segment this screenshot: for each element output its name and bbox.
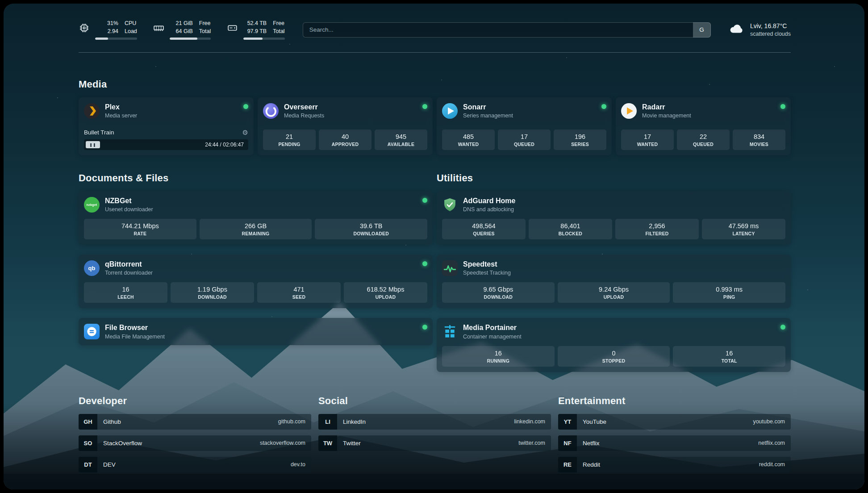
bookmark-abbr: LI — [318, 414, 337, 430]
bookmark-abbr: DT — [79, 457, 97, 472]
service-desc-plex: Media server — [105, 113, 137, 119]
stat-upload: 9.24 GbpsUPLOAD — [558, 282, 670, 303]
status-online-dot — [601, 104, 606, 109]
service-name-portainer: Media Portainer — [463, 323, 522, 332]
service-card-plex[interactable]: Plex Media server Bullet Train ⚙ ❚❚ 24:4… — [79, 97, 254, 155]
stat-approved: 40APPROVED — [319, 130, 371, 150]
stat-queued: 22QUEUED — [677, 130, 730, 150]
bookmarks-entertainment: Entertainment YT YouTube youtube.com NF … — [558, 395, 791, 478]
cpu-icon — [79, 20, 90, 33]
cloud-icon — [729, 21, 744, 38]
section-title-entertainment: Entertainment — [558, 395, 791, 407]
bookmark-url: youtube.com — [753, 418, 785, 425]
search-provider-button[interactable]: G — [693, 22, 711, 38]
service-card-sonarr[interactable]: Sonarr Series management 485WANTED 17QUE… — [437, 97, 612, 155]
bookmark-url: linkedin.com — [514, 418, 545, 425]
sonarr-icon — [442, 103, 458, 119]
bookmark-abbr: SO — [79, 435, 97, 451]
status-online-dot — [780, 104, 785, 109]
bookmarks-social: Social LI LinkedIn linkedin.com TW Twitt… — [318, 395, 551, 478]
service-card-adguard[interactable]: AdGuard Home DNS and adblocking 498,564Q… — [437, 191, 791, 245]
section-title-social: Social — [318, 395, 551, 407]
stat-upload: 618.52 MbpsUPLOAD — [344, 282, 427, 303]
radarr-icon — [621, 103, 637, 119]
cpu-usage-value: 31% — [95, 20, 118, 28]
section-utilities: Utilities AdGu — [437, 172, 791, 372]
cpu-progress-bar — [95, 38, 137, 40]
disk-widget: 52.4 TBFree 97.9 TBTotal — [227, 20, 284, 40]
memory-free-label: Free — [199, 20, 211, 28]
bookmark-youtube[interactable]: YT YouTube youtube.com — [558, 414, 791, 430]
bookmark-stackoverflow[interactable]: SO StackOverflow stackoverflow.com — [79, 435, 311, 451]
service-card-overseerr[interactable]: Overseerr Media Requests 21PENDING 40APP… — [258, 97, 433, 155]
service-card-portainer[interactable]: Media Portainer Container management 16R… — [437, 318, 791, 372]
stat-queries: 498,564QUERIES — [442, 219, 526, 239]
gear-icon[interactable]: ⚙ — [242, 129, 248, 136]
stat-download: 9.65 GbpsDOWNLOAD — [442, 282, 555, 303]
bookmark-dev[interactable]: DT DEV dev.to — [79, 457, 311, 472]
section-title-utilities: Utilities — [437, 172, 791, 184]
bookmark-reddit[interactable]: RE Reddit reddit.com — [558, 457, 791, 472]
nzbget-icon: nzbget — [84, 197, 100, 213]
status-online-dot — [780, 325, 785, 330]
bookmark-abbr: GH — [79, 414, 97, 430]
weather-condition: scattered clouds — [750, 31, 791, 37]
playback-time: 24:44 / 02:06:47 — [205, 142, 244, 148]
bookmark-name: Twitter — [343, 440, 361, 447]
stat-movies: 834MOVIES — [733, 130, 785, 150]
plex-icon — [84, 103, 100, 119]
pause-button[interactable]: ❚❚ — [86, 141, 100, 148]
section-media: Media Plex Media server — [79, 79, 791, 155]
now-playing-title: Bullet Train — [84, 129, 114, 136]
bookmark-url: dev.to — [291, 461, 305, 468]
service-name-sonarr: Sonarr — [463, 103, 513, 111]
service-card-filebrowser[interactable]: File Browser Media File Management — [79, 318, 433, 345]
service-desc-portainer: Container management — [463, 334, 522, 340]
stat-downloaded: 39.6 TBDOWNLOADED — [315, 219, 427, 239]
memory-total-label: Total — [199, 28, 211, 36]
service-desc-filebrowser: Media File Management — [105, 334, 165, 340]
bookmark-name: YouTube — [583, 418, 606, 425]
bookmark-twitter[interactable]: TW Twitter twitter.com — [318, 435, 551, 451]
stat-rate: 744.21 MbpsRATE — [84, 219, 196, 239]
bookmark-name: Github — [103, 418, 121, 425]
portainer-icon — [442, 324, 458, 339]
filebrowser-icon — [84, 324, 100, 339]
disk-progress-bar — [243, 38, 284, 40]
bookmark-url: reddit.com — [759, 461, 785, 468]
stat-leech: 16LEECH — [84, 282, 167, 303]
bookmark-abbr: RE — [558, 457, 577, 472]
service-card-nzbget[interactable]: nzbget NZBGet Usenet downloader 744.21 M… — [79, 191, 433, 245]
playback-progress-bar[interactable]: ❚❚ 24:44 / 02:06:47 — [84, 139, 248, 150]
stat-total: 16TOTAL — [673, 346, 785, 367]
weather-location: Lviv, 16.87°C — [750, 22, 791, 29]
status-online-dot — [422, 325, 427, 330]
stat-blocked: 86,401BLOCKED — [529, 219, 612, 239]
search-input[interactable] — [303, 22, 693, 38]
adguard-icon — [442, 197, 458, 213]
overseerr-icon — [263, 103, 279, 119]
bookmark-abbr: TW — [318, 435, 337, 451]
bookmark-url: twitter.com — [518, 440, 545, 446]
service-card-speedtest[interactable]: Speedtest Speedtest Tracking 9.65 GbpsDO… — [437, 255, 791, 308]
bookmark-netflix[interactable]: NF Netflix netflix.com — [558, 435, 791, 451]
service-name-overseerr: Overseerr — [284, 103, 324, 111]
memory-total-value: 64 GiB — [170, 28, 193, 36]
stat-wanted: 485WANTED — [442, 130, 495, 150]
qbittorrent-icon: qb — [84, 260, 100, 276]
memory-widget: 21 GiBFree 64 GiBTotal — [153, 20, 211, 40]
stat-ping: 0.993 msPING — [673, 282, 785, 303]
section-title-media: Media — [79, 79, 791, 90]
cpu-load-label: Load — [125, 28, 137, 36]
service-card-radarr[interactable]: Radarr Movie management 17WANTED 22QUEUE… — [616, 97, 791, 155]
service-card-qbittorrent[interactable]: qb qBittorrent Torrent downloader 16LEEC… — [79, 255, 433, 308]
bookmark-linkedin[interactable]: LI LinkedIn linkedin.com — [318, 414, 551, 430]
dashboard-screen: 31%CPU 2.94Load 21 GiBFree 64 Gi — [4, 4, 864, 489]
service-desc-nzbget: Usenet downloader — [105, 206, 153, 213]
bookmark-github[interactable]: GH Github github.com — [79, 414, 311, 430]
bookmark-name: Netflix — [583, 440, 600, 447]
status-online-dot — [422, 261, 427, 266]
service-desc-sonarr: Series management — [463, 113, 513, 119]
bookmark-url: github.com — [278, 418, 305, 425]
weather-widget[interactable]: Lviv, 16.87°C scattered clouds — [729, 21, 791, 38]
